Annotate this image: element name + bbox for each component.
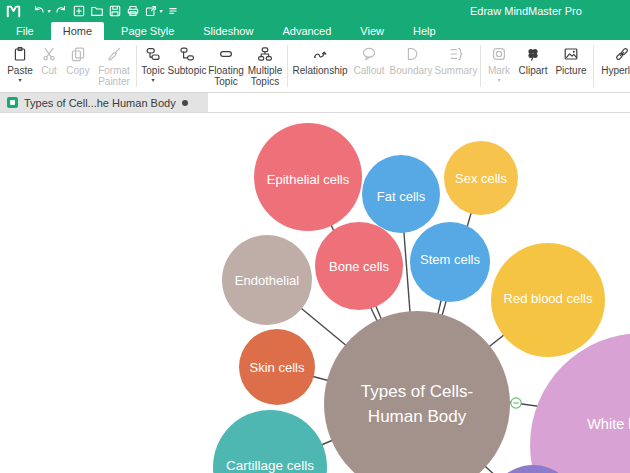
topic-label-bone-cells: Bone cells	[329, 259, 389, 274]
mark-button: Mark▾	[483, 40, 515, 92]
app-logo-icon	[5, 3, 28, 20]
document-tab-label: Types of Cell...he Human Body	[24, 97, 176, 109]
open-icon[interactable]	[90, 4, 104, 18]
titlebar: ▾▾ Edraw MindMaster Pro	[0, 0, 630, 22]
picture-icon	[563, 45, 579, 63]
redo-icon[interactable]	[54, 4, 68, 18]
subtopic-button[interactable]: Subtopic	[167, 40, 207, 92]
menu-tab-file[interactable]: File	[4, 22, 46, 40]
document-tabstrip: Types of Cell...he Human Body	[0, 93, 630, 113]
clipart-button[interactable]: Clipart	[515, 40, 551, 92]
format-painter-button: Format Painter	[94, 40, 134, 92]
clipart-icon	[525, 45, 541, 63]
topic-label-stem-cells: Stem cells	[420, 252, 480, 267]
customize-icon[interactable]	[166, 4, 180, 18]
floating-topic-label: Floating Topic	[208, 65, 244, 87]
print-icon[interactable]	[126, 4, 140, 18]
menu-tab-help[interactable]: Help	[401, 22, 448, 40]
cut-icon	[41, 45, 57, 63]
multiple-topics-button[interactable]: Multiple Topics	[245, 40, 285, 92]
ribbon-group-separator	[287, 45, 288, 87]
ribbon-group: HyperlinkAttach	[596, 40, 630, 92]
collapse-button[interactable]	[511, 398, 521, 408]
boundary-icon	[403, 45, 419, 63]
summary-label: Summary	[435, 65, 478, 76]
ribbon-group: Topic▾SubtopicFloating TopicMultiple Top…	[139, 40, 285, 92]
menu-tab-page-style[interactable]: Page Style	[109, 22, 186, 40]
topic-label-central-topic: Human Body	[368, 407, 467, 426]
topic-icon	[145, 45, 161, 63]
relationship-label: Relationship	[292, 65, 347, 76]
save-icon[interactable]	[108, 4, 122, 18]
clipart-label: Clipart	[519, 65, 548, 76]
topic-label-epithelial-cells: Epithelial cells	[267, 172, 350, 187]
ribbon-group: Paste▾CutCopyFormat Painter	[4, 40, 134, 92]
subtopic-label: Subtopic	[168, 65, 207, 76]
multiple-topics-label: Multiple Topics	[248, 65, 282, 87]
callout-button: Callout	[350, 40, 388, 92]
dropdown-caret-icon[interactable]: ▾	[18, 77, 21, 83]
menubar: FileHomePage StyleSlideshowAdvancedViewH…	[0, 22, 630, 40]
menu-tab-slideshow[interactable]: Slideshow	[191, 22, 265, 40]
paste-icon	[12, 45, 28, 63]
modified-indicator	[182, 100, 188, 106]
document-icon	[7, 97, 18, 108]
topic-label-cartilage-cells: Cartillage cells	[226, 458, 314, 473]
boundary-button: Boundary	[388, 40, 434, 92]
relationship-icon	[312, 45, 328, 63]
export-icon[interactable]: ▾	[144, 4, 162, 18]
ribbon-group-separator	[593, 45, 594, 87]
copy-button: Copy	[62, 40, 94, 92]
cut-label: Cut	[41, 65, 57, 76]
hyperlink-button[interactable]: Hyperlink	[596, 40, 630, 92]
paste-button[interactable]: Paste▾	[4, 40, 36, 92]
hyperlink-label: Hyperlink	[601, 65, 630, 76]
dropdown-caret-icon[interactable]: ▾	[151, 77, 154, 83]
topic-label-skin-cells: Skin cells	[250, 360, 305, 375]
callout-icon	[361, 45, 377, 63]
menu-tab-advanced[interactable]: Advanced	[270, 22, 343, 40]
new-icon[interactable]	[72, 4, 86, 18]
ribbon-group: Mark▾ClipartPicture	[483, 40, 591, 92]
undo-icon[interactable]: ▾	[32, 4, 50, 18]
topic-button[interactable]: Topic▾	[139, 40, 167, 92]
mindmap-canvas[interactable]: White blood cellsEpithelial cellsFat cel…	[0, 113, 630, 473]
copy-icon	[70, 45, 86, 63]
topic-label-endothelial: Endothelial	[235, 273, 299, 288]
topic-label-central-topic: Types of Cells-	[361, 382, 473, 401]
dropdown-caret-icon[interactable]: ▾	[497, 77, 500, 83]
menu-tab-view[interactable]: View	[348, 22, 396, 40]
dropdown-caret-icon[interactable]: ▾	[47, 8, 50, 14]
window-title: Edraw MindMaster Pro	[470, 0, 582, 22]
document-tab[interactable]: Types of Cell...he Human Body	[0, 93, 208, 112]
mindmap-svg: White blood cellsEpithelial cellsFat cel…	[0, 113, 630, 473]
subtopic-icon	[179, 45, 195, 63]
boundary-label: Boundary	[390, 65, 433, 76]
floating-topic-icon	[218, 45, 234, 63]
summary-button: Summary	[434, 40, 478, 92]
multiple-topics-icon	[257, 45, 273, 63]
picture-button[interactable]: Picture	[551, 40, 591, 92]
cut-button: Cut	[36, 40, 62, 92]
ribbon: Paste▾CutCopyFormat PainterTopic▾Subtopi…	[0, 40, 630, 93]
callout-label: Callout	[353, 65, 384, 76]
topic-label: Topic	[141, 65, 164, 76]
copy-label: Copy	[66, 65, 89, 76]
picture-label: Picture	[555, 65, 586, 76]
floating-topic-button[interactable]: Floating Topic	[207, 40, 245, 92]
paste-label: Paste	[7, 65, 33, 76]
format-painter-icon	[106, 45, 122, 63]
menu-tab-home[interactable]: Home	[51, 22, 104, 40]
format-painter-label: Format Painter	[98, 65, 130, 87]
hyperlink-icon	[614, 45, 630, 63]
topic-label-white-blood-cells: White blood cells	[587, 416, 630, 432]
dropdown-caret-icon[interactable]: ▾	[159, 8, 162, 14]
ribbon-group-separator	[136, 45, 137, 87]
summary-icon	[448, 45, 464, 63]
ribbon-group-separator	[480, 45, 481, 87]
topic-label-red-blood-cells: Red blood cells	[504, 291, 593, 306]
topic-label-fat-cells: Fat cells	[377, 189, 426, 204]
mark-icon	[491, 45, 507, 63]
relationship-button[interactable]: Relationship	[290, 40, 350, 92]
topic-label-sex-cells: Sex cells	[455, 171, 508, 186]
